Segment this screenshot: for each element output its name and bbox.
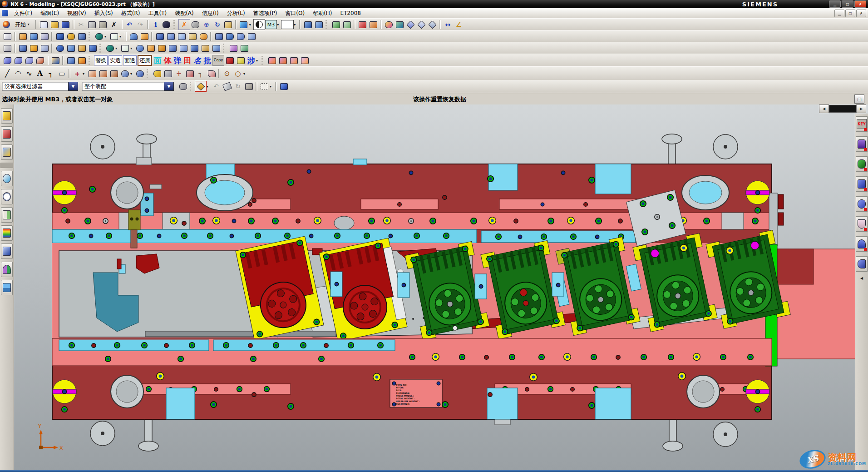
sew-icon[interactable] bbox=[187, 31, 198, 41]
bend-icon[interactable] bbox=[76, 55, 87, 65]
spring-tool-button[interactable]: 弹 bbox=[173, 55, 182, 65]
reuse-library-icon[interactable] bbox=[1, 207, 13, 223]
bolt-template-button[interactable] bbox=[856, 136, 868, 152]
spline-icon[interactable]: ∿ bbox=[24, 69, 35, 79]
nx-roles-icon[interactable] bbox=[2, 20, 13, 30]
intersect-icon[interactable] bbox=[176, 31, 187, 41]
mirror-body-icon[interactable] bbox=[28, 43, 39, 53]
circle-dropdown[interactable]: ▾ bbox=[243, 72, 247, 76]
marquee-dropdown[interactable]: ▾ bbox=[270, 84, 274, 89]
menu-window[interactable]: 窗口(O) bbox=[281, 9, 309, 18]
groove-icon[interactable] bbox=[76, 43, 87, 53]
cue-scrollbar[interactable]: ◀ ▶ bbox=[819, 105, 866, 113]
datum-csys-icon[interactable] bbox=[104, 43, 115, 53]
menu-preferences[interactable]: 首选项(P) bbox=[249, 9, 281, 18]
scroll-right-icon[interactable]: ▶ bbox=[856, 104, 866, 113]
extrude-icon[interactable] bbox=[17, 31, 28, 41]
measure-distance-icon[interactable]: ↔ bbox=[442, 20, 453, 30]
new-file-icon[interactable] bbox=[39, 20, 49, 30]
viewport-canvas[interactable]: TOOL NO: PITCH: SIZE: THICKNESS: PRESS M… bbox=[0, 104, 868, 472]
point-feature-icon[interactable] bbox=[134, 43, 145, 53]
draft-body-icon[interactable] bbox=[189, 43, 200, 53]
menu-analysis[interactable]: 分析(L) bbox=[223, 9, 249, 18]
restore-view-icon[interactable]: ▢ bbox=[854, 94, 864, 104]
scene-wand-icon[interactable] bbox=[1, 243, 13, 259]
paste-component-icon[interactable] bbox=[299, 55, 310, 65]
selection-filter-combo[interactable]: 没有选择过滤器 ▼ bbox=[2, 82, 78, 91]
view-orient-cube-icon[interactable] bbox=[238, 20, 249, 30]
red-cube-icon[interactable] bbox=[224, 55, 235, 65]
shaded-cube-icon[interactable] bbox=[278, 81, 289, 91]
render-style-button[interactable] bbox=[253, 19, 265, 30]
doc-minimize-button[interactable]: ▁ bbox=[834, 10, 844, 17]
reference-set-dropdown[interactable]: ▾ bbox=[277, 23, 281, 27]
snip-curve-icon[interactable] bbox=[184, 69, 195, 79]
open-file-icon[interactable] bbox=[49, 20, 60, 30]
doc-restore-button[interactable]: ▢ bbox=[845, 10, 855, 17]
paste-icon[interactable] bbox=[98, 20, 108, 30]
offset-surface-icon[interactable] bbox=[228, 43, 239, 53]
transform-icon[interactable] bbox=[2, 43, 13, 53]
deselect-icon[interactable]: ↶ bbox=[211, 81, 222, 91]
wave-link-icon[interactable] bbox=[17, 43, 28, 53]
internet-explorer-icon[interactable] bbox=[1, 171, 13, 186]
interference-button[interactable]: 涉 bbox=[246, 55, 256, 65]
solid-translucent-button[interactable]: 实透 bbox=[108, 55, 122, 65]
eraser-icon[interactable] bbox=[222, 81, 232, 91]
target-point-icon[interactable]: ⊙ bbox=[222, 69, 232, 79]
history-clock-icon[interactable] bbox=[1, 189, 13, 204]
selection-scope-arrow-icon[interactable]: ▼ bbox=[164, 82, 174, 91]
lift-component-icon[interactable] bbox=[277, 55, 288, 65]
find-binoculars-icon[interactable] bbox=[161, 20, 172, 30]
datum-csys-dropdown[interactable]: ▾ bbox=[115, 46, 119, 50]
quick-extend-icon[interactable] bbox=[98, 69, 108, 79]
delete-icon[interactable]: ✗ bbox=[108, 20, 119, 30]
menu-help[interactable]: 帮助(H) bbox=[309, 9, 336, 18]
quick-trim-icon[interactable] bbox=[87, 69, 98, 79]
curve-mesh-icon[interactable] bbox=[24, 55, 35, 65]
intersect-point-icon[interactable]: + bbox=[173, 69, 184, 79]
draft-icon[interactable] bbox=[178, 43, 189, 53]
face-blend-icon[interactable] bbox=[156, 43, 167, 53]
pattern-icon[interactable] bbox=[39, 43, 50, 53]
revolve-icon[interactable] bbox=[28, 31, 39, 41]
lower-rail[interactable] bbox=[52, 338, 772, 366]
shade-diamond-icon[interactable] bbox=[405, 20, 416, 30]
text-icon[interactable]: A bbox=[35, 69, 45, 79]
sketch-icon[interactable] bbox=[108, 31, 119, 41]
shell-icon[interactable] bbox=[213, 31, 224, 41]
punch-template-button[interactable] bbox=[856, 216, 868, 232]
batch-tool-button[interactable]: 批 bbox=[202, 55, 212, 65]
roles-people-icon[interactable] bbox=[1, 262, 13, 277]
join-curve-icon[interactable] bbox=[163, 69, 173, 79]
corner2-icon[interactable]: ┐ bbox=[195, 69, 206, 79]
point-dropdown[interactable]: ▾ bbox=[83, 72, 87, 76]
subtract-icon[interactable] bbox=[165, 31, 176, 41]
shade-diamond3-icon[interactable] bbox=[427, 20, 438, 30]
redo-icon[interactable]: ↷ bbox=[135, 20, 146, 30]
csys-orient-icon[interactable] bbox=[368, 20, 379, 30]
blank-style-button[interactable] bbox=[281, 20, 294, 30]
datum-dropdown[interactable]: ▾ bbox=[104, 35, 108, 39]
datum-plane-icon[interactable] bbox=[94, 31, 104, 41]
sweep-icon[interactable] bbox=[39, 31, 50, 41]
book-view2-icon[interactable] bbox=[235, 31, 246, 41]
face-tool-button[interactable]: 面 bbox=[153, 55, 163, 65]
marquee-select-icon[interactable] bbox=[259, 81, 270, 91]
chamfer-icon[interactable] bbox=[167, 43, 178, 53]
arc-trim-icon[interactable] bbox=[206, 69, 217, 79]
scale-body-icon[interactable] bbox=[239, 43, 250, 53]
clip-section-icon[interactable] bbox=[302, 20, 313, 30]
selection-filter-arrow-icon[interactable]: ▼ bbox=[68, 82, 78, 91]
object-display-icon[interactable] bbox=[2, 31, 13, 41]
scroll-left-icon[interactable]: ◀ bbox=[819, 104, 829, 113]
name-tool-button[interactable]: 名 bbox=[192, 55, 202, 65]
doc-close-button[interactable]: ✗ bbox=[856, 10, 866, 17]
key-template-button[interactable]: KEY bbox=[856, 116, 868, 132]
book-view-icon[interactable] bbox=[224, 31, 235, 41]
cut-icon[interactable]: ✂ bbox=[76, 20, 87, 30]
body-tool-button[interactable]: 体 bbox=[163, 55, 173, 65]
palette-icon[interactable] bbox=[383, 20, 394, 30]
menu-et2008[interactable]: ET2008 bbox=[336, 9, 365, 17]
menu-format[interactable]: 格式(R) bbox=[117, 9, 144, 18]
